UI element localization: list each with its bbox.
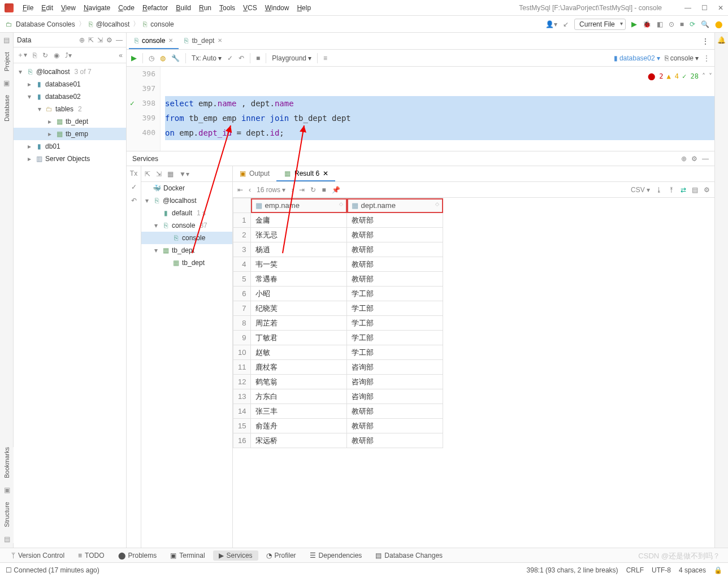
line-sep[interactable]: CRLF (626, 566, 644, 574)
gear-icon[interactable]: ⚙ (106, 36, 112, 44)
tree-host[interactable]: ▾⎘@localhost3 of 7 (14, 66, 126, 78)
group-icon[interactable]: ▦ (167, 170, 174, 178)
target-icon[interactable]: ⊕ (681, 155, 687, 163)
transpose-icon[interactable]: ▤ (692, 186, 698, 194)
menu-build[interactable]: Build (172, 3, 194, 13)
table-row[interactable]: 7纪晓芙学工部 (233, 301, 443, 316)
caret-position[interactable]: 398:1 (93 chars, 2 line breaks) (527, 566, 618, 574)
cell[interactable]: 咨询部 (347, 360, 443, 375)
column-header[interactable]: ▦dept.name◇ (347, 198, 443, 213)
table-row[interactable]: 16宋远桥教研部 (233, 433, 443, 448)
explain-icon[interactable]: ◍ (160, 54, 166, 62)
hammer-icon[interactable]: ↙ (563, 20, 569, 28)
tool-tab-problems[interactable]: ⬤Problems (112, 550, 163, 561)
cell[interactable]: 教研部 (347, 404, 443, 419)
table-row[interactable]: 4韦一笑教研部 (233, 257, 443, 272)
breadcrumb-part[interactable]: @localhost (96, 20, 130, 28)
back-icon[interactable]: « (119, 51, 123, 59)
cell[interactable]: 教研部 (347, 257, 443, 272)
cell[interactable]: 咨询部 (347, 375, 443, 389)
expand-all-icon[interactable]: ⇱ (145, 170, 150, 178)
row-count[interactable]: 16 rows ▾ (257, 186, 285, 194)
bookmarks-icon[interactable]: ▣ (4, 486, 10, 494)
cell[interactable]: 教研部 (347, 419, 443, 433)
svc-tbdept[interactable]: ▾▦tb_dept (141, 244, 232, 257)
breadcrumb-part[interactable]: console (150, 20, 174, 28)
table-row[interactable]: 8周芷若学工部 (233, 316, 443, 331)
svc-host[interactable]: ▾⎘@localhost (141, 194, 232, 207)
rollback-icon[interactable]: ↶ (131, 197, 137, 205)
menu-code[interactable]: Code (115, 3, 138, 13)
project-tool[interactable]: Project (3, 52, 10, 71)
filter-icon[interactable]: ▼▾ (179, 170, 189, 178)
run-button[interactable]: ▶ (631, 20, 637, 28)
cell[interactable]: 学工部 (347, 345, 443, 360)
stop-icon[interactable]: ◉ (54, 51, 59, 59)
menu-file[interactable]: File (19, 3, 37, 13)
tree-tb-dept[interactable]: ▸▦tb_dept (14, 115, 126, 128)
tree-db01[interactable]: ▸▮db01 (14, 140, 126, 153)
svc-console-child[interactable]: ⎘console (141, 232, 232, 244)
export-format[interactable]: CSV ▾ (631, 186, 650, 194)
menu-run[interactable]: Run (196, 3, 215, 13)
target-icon[interactable]: ⊕ (79, 36, 85, 44)
table-row[interactable]: 6小昭学工部 (233, 287, 443, 301)
output-tab[interactable]: ▣Output (233, 166, 276, 181)
cell[interactable]: 常遇春 (251, 272, 347, 287)
table-row[interactable]: 5常遇春教研部 (233, 272, 443, 287)
cell[interactable]: 金庸 (251, 213, 347, 228)
tree-tables[interactable]: ▾🗀tables2 (14, 103, 126, 115)
cell[interactable]: 学工部 (347, 316, 443, 331)
more-icon[interactable]: ⋮ (696, 37, 714, 45)
table-row[interactable]: 9丁敏君学工部 (233, 331, 443, 345)
last-page-icon[interactable]: ⇥ (299, 186, 305, 194)
schema-selector[interactable]: ▮ database02 ▾ (614, 54, 660, 62)
svc-console[interactable]: ▾⎘console37 (141, 219, 232, 232)
jump-icon[interactable]: ⤴▾ (65, 51, 72, 59)
table-row[interactable]: 3杨逍教研部 (233, 242, 443, 257)
breadcrumb-part[interactable]: Database Consoles (16, 20, 75, 28)
run-config-dropdown[interactable]: Current File (574, 19, 626, 30)
reload-icon[interactable]: ↻ (310, 186, 316, 194)
hide-icon[interactable]: — (116, 36, 123, 44)
indent[interactable]: 4 spaces (679, 566, 706, 574)
add-datasource-button[interactable]: ＋▾ (17, 50, 27, 60)
maximize-icon[interactable]: ☐ (701, 4, 708, 12)
menu-vcs[interactable]: VCS (240, 3, 261, 13)
readonly-icon[interactable]: 🔒 (714, 566, 722, 574)
structure-tool[interactable]: Structure (3, 502, 10, 527)
cell[interactable]: 学工部 (347, 301, 443, 316)
first-page-icon[interactable]: ⇤ (237, 186, 243, 194)
menu-help[interactable]: Help (293, 3, 314, 13)
update-button[interactable]: ⟳ (690, 20, 695, 28)
cell[interactable]: 鹿杖客 (251, 360, 347, 375)
table-row[interactable]: 13方东白咨询部 (233, 389, 443, 404)
table-row[interactable]: 1金庸教研部 (233, 213, 443, 228)
database-tool[interactable]: Database (3, 95, 10, 122)
cell[interactable]: 教研部 (347, 242, 443, 257)
editor-tab-tb_dept[interactable]: ⎘tb_dept✕ (179, 33, 228, 49)
check-badge[interactable]: ✓ 28 (682, 69, 699, 84)
cell[interactable]: 教研部 (347, 433, 443, 448)
cell[interactable]: 方东白 (251, 389, 347, 404)
table-row[interactable]: 2张无忌教研部 (233, 228, 443, 242)
settings-icon[interactable]: ⚙ (704, 186, 710, 194)
cell[interactable]: 赵敏 (251, 345, 347, 360)
wrench-icon[interactable]: 🔧 (171, 54, 180, 62)
upload-icon[interactable]: ⭱ (668, 186, 675, 194)
warning-badge[interactable]: ▲ 4 (666, 69, 679, 84)
table-row[interactable]: 11鹿杖客咨询部 (233, 360, 443, 375)
more-icon[interactable]: ⋮ (703, 54, 710, 62)
cell[interactable]: 张无忌 (251, 228, 347, 242)
prev-page-icon[interactable]: ‹ (249, 186, 251, 194)
expand-icon[interactable]: ⇱ (88, 36, 94, 44)
stop-icon[interactable]: ■ (680, 20, 684, 28)
gear-icon[interactable]: ⚙ (691, 155, 697, 163)
tool-tab-services[interactable]: ▶Services (213, 550, 258, 561)
cell[interactable]: 教研部 (347, 272, 443, 287)
tool-tab-profiler[interactable]: ◔Profiler (261, 550, 302, 561)
table-row[interactable]: 15俞莲舟教研部 (233, 419, 443, 433)
code-line[interactable]: on emp.dept_id = dept.id; (165, 125, 714, 140)
svc-tbdept-child[interactable]: ▦tb_dept (141, 257, 232, 269)
menu-edit[interactable]: Edit (38, 3, 57, 13)
